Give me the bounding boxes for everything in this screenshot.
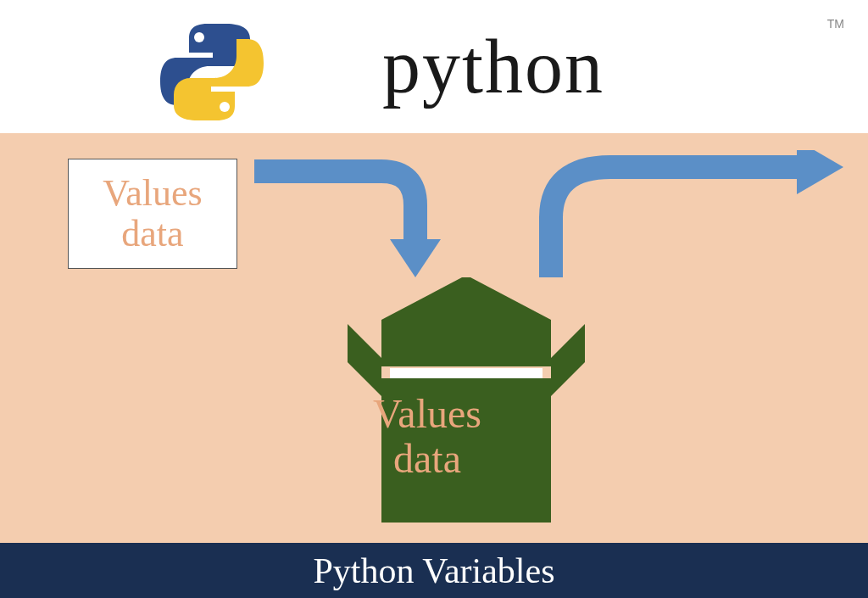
- svg-point-0: [194, 32, 204, 42]
- box-line2: data: [373, 437, 481, 482]
- svg-rect-3: [390, 368, 542, 378]
- footer-title-bar: Python Variables: [0, 543, 868, 598]
- diagram-area: Values data: [0, 133, 868, 543]
- python-logo-icon: [148, 17, 275, 131]
- card-line1: Values: [103, 173, 202, 214]
- box-line1: Values: [373, 392, 481, 437]
- header: python TM: [0, 0, 868, 133]
- box-values-label: Values data: [373, 392, 481, 482]
- svg-rect-2: [381, 320, 551, 366]
- arrow-into-box-icon: [246, 154, 466, 290]
- footer-title: Python Variables: [313, 550, 554, 591]
- card-line2: data: [121, 214, 183, 254]
- svg-point-1: [220, 102, 230, 112]
- diagram-container: python TM Values data: [0, 0, 868, 598]
- trademark-label: TM: [827, 17, 844, 31]
- logo-text: python: [382, 23, 604, 110]
- values-data-card: Values data: [68, 159, 237, 269]
- arrow-out-of-box-icon: [526, 150, 856, 286]
